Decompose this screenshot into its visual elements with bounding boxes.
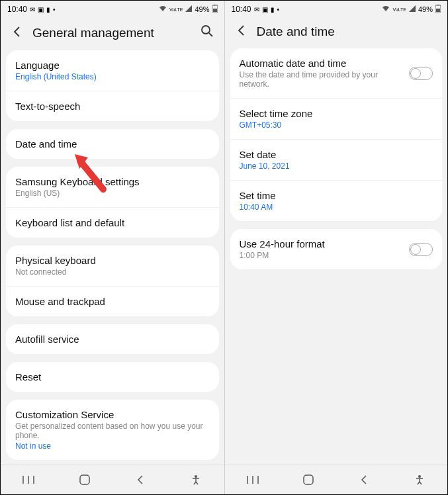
- svg-point-3: [202, 26, 210, 34]
- svg-rect-12: [436, 9, 440, 12]
- back-nav-icon[interactable]: [132, 472, 148, 488]
- item-text-to-speech[interactable]: Text-to-speech: [6, 91, 219, 121]
- svg-rect-11: [437, 5, 439, 5]
- screen-general-management: 10:40 ✉ ▣ ▮ • VoLTE 49%: [1, 1, 224, 494]
- item-title: Reset: [15, 371, 210, 382]
- item-sub: Get personalized content based on how yo…: [15, 422, 210, 440]
- item-sub: June 10, 2021: [240, 161, 433, 171]
- toggle-off[interactable]: [409, 243, 433, 256]
- header: General management: [1, 18, 224, 50]
- status-bar: 10:40 ✉ ▣ ▮ • VoLTE 49%: [225, 1, 448, 18]
- item-physical-keyboard[interactable]: Physical keyboard Not connected: [6, 246, 219, 287]
- wifi-icon: [159, 5, 167, 13]
- item-24-hour-format[interactable]: Use 24-hour format 1:00 PM: [230, 229, 443, 269]
- card: Date and time: [6, 129, 219, 159]
- nav-bar: [1, 465, 224, 494]
- more-indicator: •: [277, 6, 280, 13]
- header: Date and time: [225, 18, 448, 48]
- back-icon[interactable]: [11, 26, 23, 40]
- svg-line-4: [209, 33, 212, 36]
- search-icon[interactable]: [201, 24, 214, 41]
- card: Reset: [6, 362, 219, 392]
- item-title: Physical keyboard: [15, 255, 210, 266]
- item-sub: Not connected: [15, 267, 210, 277]
- item-sub: GMT+05:30: [240, 120, 433, 130]
- nav-bar: [225, 465, 448, 494]
- notification-icon: ▮: [46, 6, 50, 13]
- item-sub: English (US): [15, 189, 210, 198]
- toggle-off[interactable]: [409, 67, 433, 80]
- lte-icon: VoLTE: [392, 7, 406, 12]
- item-autofill[interactable]: Autofill service: [6, 324, 219, 354]
- item-title: Use 24-hour format: [240, 238, 410, 249]
- item-title: Mouse and trackpad: [15, 296, 210, 307]
- wifi-icon: [382, 5, 390, 13]
- svg-rect-2: [213, 9, 217, 12]
- item-keyboard-list[interactable]: Keyboard list and default: [6, 208, 219, 238]
- svg-rect-8: [80, 475, 89, 484]
- battery-icon: [212, 5, 218, 14]
- item-title: Language: [15, 60, 210, 71]
- more-indicator: •: [53, 6, 56, 13]
- back-nav-icon[interactable]: [356, 472, 372, 488]
- item-reset[interactable]: Reset: [6, 362, 219, 392]
- item-title: Customization Service: [15, 409, 210, 420]
- item-title: Keyboard list and default: [15, 217, 210, 228]
- screen-date-and-time: 10:40 ✉ ▣ ▮ • VoLTE 49%: [224, 1, 448, 494]
- settings-list: Language English (United States) Text-to…: [1, 50, 224, 465]
- item-automatic-date-time[interactable]: Automatic date and time Use the date and…: [230, 48, 443, 99]
- item-title: Samsung Keyboard settings: [15, 176, 210, 187]
- accessibility-icon[interactable]: [412, 472, 427, 488]
- item-title: Autofill service: [15, 334, 210, 345]
- item-sub-extra: Not in use: [15, 441, 210, 451]
- card: Language English (United States) Text-to…: [6, 50, 219, 121]
- item-customization-service[interactable]: Customization Service Get personalized c…: [6, 400, 219, 460]
- item-title: Select time zone: [240, 108, 433, 119]
- item-title: Set time: [240, 190, 433, 201]
- notification-icon: ▣: [38, 6, 44, 13]
- signal-icon: [185, 5, 192, 13]
- notification-icon: ✉: [254, 6, 259, 13]
- battery-percent: 49%: [195, 5, 209, 13]
- svg-rect-16: [304, 475, 313, 484]
- status-time: 10:40: [232, 5, 251, 14]
- item-language[interactable]: Language English (United States): [6, 50, 219, 91]
- item-sub: English (United States): [15, 72, 210, 81]
- recents-icon[interactable]: [21, 472, 36, 488]
- status-bar: 10:40 ✉ ▣ ▮ • VoLTE 49%: [1, 1, 224, 18]
- settings-list: Automatic date and time Use the date and…: [225, 48, 448, 465]
- card: Customization Service Get personalized c…: [6, 400, 219, 460]
- card: Autofill service: [6, 324, 219, 354]
- item-date-and-time[interactable]: Date and time: [6, 129, 219, 159]
- svg-point-17: [418, 475, 421, 478]
- home-icon[interactable]: [77, 472, 93, 488]
- item-title: Text-to-speech: [15, 101, 210, 112]
- item-select-time-zone[interactable]: Select time zone GMT+05:30: [230, 99, 443, 140]
- battery-icon: [435, 5, 441, 14]
- card: Samsung Keyboard settings English (US) K…: [6, 167, 219, 238]
- item-set-date[interactable]: Set date June 10, 2021: [230, 140, 443, 181]
- item-title: Date and time: [15, 138, 210, 150]
- item-sub: Use the date and time provided by your n…: [240, 70, 410, 89]
- status-time: 10:40: [7, 5, 27, 14]
- item-set-time[interactable]: Set time 10:40 AM: [230, 181, 443, 221]
- item-samsung-keyboard[interactable]: Samsung Keyboard settings English (US): [6, 167, 219, 208]
- item-title: Set date: [240, 149, 433, 160]
- card: Automatic date and time Use the date and…: [230, 48, 443, 221]
- card: Physical keyboard Not connected Mouse an…: [6, 246, 219, 316]
- home-icon[interactable]: [300, 472, 316, 488]
- svg-rect-1: [214, 5, 216, 5]
- notification-icon: ▣: [262, 6, 268, 13]
- back-icon[interactable]: [236, 24, 247, 39]
- battery-percent: 49%: [418, 5, 433, 13]
- svg-point-9: [195, 475, 197, 478]
- item-sub: 1:00 PM: [240, 251, 410, 260]
- lte-icon: VoLTE: [169, 7, 183, 12]
- notification-icon: ✉: [30, 6, 35, 13]
- page-title: Date and time: [257, 24, 437, 39]
- card: Use 24-hour format 1:00 PM: [230, 229, 443, 269]
- item-mouse-trackpad[interactable]: Mouse and trackpad: [6, 287, 219, 316]
- accessibility-icon[interactable]: [188, 472, 204, 488]
- notification-icon: ▮: [271, 6, 275, 13]
- recents-icon[interactable]: [245, 472, 261, 488]
